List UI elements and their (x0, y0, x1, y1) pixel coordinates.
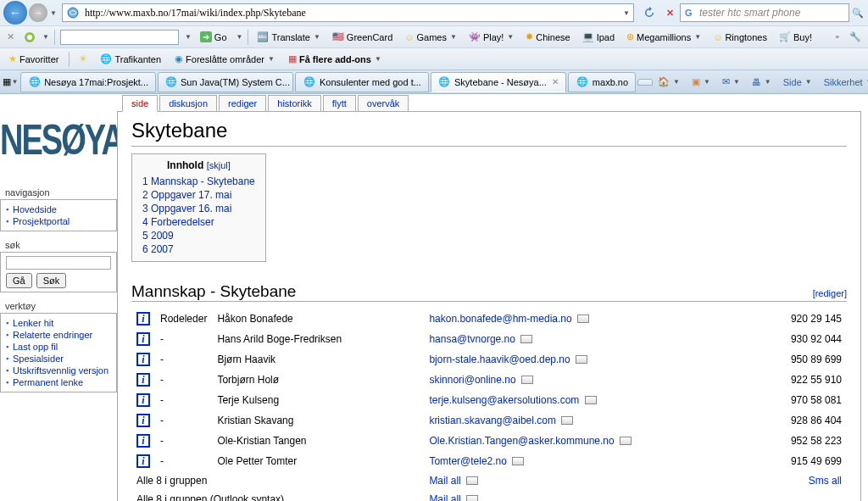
back-button[interactable]: ← (3, 1, 27, 25)
edit-section-link[interactable]: rediger (815, 288, 844, 298)
search-go-button[interactable]: 🔍 (851, 6, 865, 19)
toc-link-5[interactable]: 6 2007 (142, 243, 174, 255)
toolbar-search[interactable] (60, 30, 179, 45)
tab-watch[interactable]: overvåk (358, 95, 409, 112)
tab-close-button[interactable]: ✕ (552, 77, 559, 86)
toolbar-overflow[interactable]: » (836, 33, 839, 41)
info-link-3[interactable]: i (136, 374, 150, 386)
ringtones-button[interactable]: ☺ Ringtones (709, 31, 771, 44)
megamillions-button[interactable]: ⊛ Megamillions ▼ (623, 30, 704, 44)
crew-email-link-7[interactable]: Tomter@tele2.no (429, 455, 507, 467)
toc-link-4[interactable]: 5 2009 (142, 230, 174, 242)
tab-discussion[interactable]: diskusjon (159, 95, 217, 112)
tab-edit[interactable]: rediger (219, 95, 266, 112)
toc-link-0[interactable]: 1 Mannskap - Skytebane (142, 175, 255, 187)
browser-tab-3[interactable]: 🌐Skytebane - Nesøya...✕ (431, 72, 566, 92)
toc-link-1[interactable]: 2 Oppgaver 17. mai (142, 189, 231, 201)
browser-tab-2[interactable]: 🌐Konsulenter med god t... (295, 72, 429, 92)
tab-move[interactable]: flytt (323, 95, 356, 112)
go-dropdown[interactable]: ▼ (236, 33, 243, 41)
nav-link-0[interactable]: Hovedside (13, 204, 57, 214)
conduit-icon[interactable] (23, 31, 36, 44)
buy-button[interactable]: 🛒 Buy! (776, 30, 815, 44)
greencard-button[interactable]: 🇺🇸 GreenCard (329, 30, 396, 44)
play-button[interactable]: 👾 Play! ▼ (465, 30, 517, 44)
info-link-0[interactable]: i (136, 313, 150, 325)
toc-toggle-link[interactable]: [skjul] (207, 160, 231, 170)
suggested-sites-button[interactable]: ◉ Foreslåtte områder ▼ (171, 52, 278, 66)
tab-label: maxb.no (593, 77, 628, 87)
addons-button[interactable]: ▦ Få flere add-ons ▼ (285, 52, 385, 66)
info-link-4[interactable]: i (136, 394, 150, 406)
mail-all-outlook-link[interactable]: Mail all (429, 493, 460, 501)
history-dropdown[interactable]: ▼ (50, 9, 57, 17)
conduit-dropdown[interactable]: ▼ (42, 33, 49, 41)
tool-link-1[interactable]: Relaterte endringer (13, 330, 92, 340)
forward-button[interactable]: → (29, 3, 47, 22)
search-input[interactable] (698, 6, 845, 19)
toc-link-2[interactable]: 3 Oppgaver 16. mai (142, 203, 231, 214)
info-link-2[interactable]: i (136, 353, 150, 365)
crew-row: i-Ole Petter TomterTomter@tele2.no 915 4… (131, 451, 847, 471)
info-link-5[interactable]: i (136, 415, 150, 426)
fav-icon-1[interactable]: ☀ (76, 53, 90, 66)
crew-email-link-2[interactable]: bjorn-stale.haavik@oed.dep.no (429, 353, 570, 365)
tab-page[interactable]: side (122, 95, 158, 112)
info-link-1[interactable]: i (136, 333, 150, 345)
wiki-search-input[interactable] (6, 256, 111, 270)
toolbar-settings-icon[interactable]: 🔧 (846, 30, 865, 44)
go-button[interactable]: ➜ Go (197, 30, 231, 44)
content-body: Skytebane Innhold [skjul] 1 Mannskap - S… (117, 111, 861, 501)
home-button[interactable]: 🏠▼ (654, 75, 683, 89)
wiki-search-button[interactable]: Søk (36, 273, 67, 288)
new-tab-button[interactable] (637, 79, 653, 86)
safety-menu-button[interactable]: Sikkerhet▼ (821, 75, 868, 89)
favorites-button[interactable]: ★ Favoritter (5, 52, 62, 66)
crew-row: iRodelederHåkon Bonafedehakon.bonafede@h… (131, 309, 847, 329)
nav-link-1[interactable]: Prosjektportal (13, 216, 70, 226)
info-link-7[interactable]: i (136, 455, 150, 467)
browser-tab-0[interactable]: 🌐Nesøya 17mai:Prosjekt... (20, 72, 156, 92)
tabs-bar: ▦▼ 🌐Nesøya 17mai:Prosjekt...🌐Sun Java(TM… (0, 70, 868, 93)
wiki-go-button[interactable]: Gå (6, 273, 32, 288)
chinese-button[interactable]: ✸ Chinese (522, 30, 573, 44)
info-icon: i (136, 373, 150, 387)
crew-email-link-4[interactable]: terje.kulseng@akersolutions.com (429, 394, 579, 406)
sms-all-link[interactable]: Sms all (809, 475, 842, 487)
wiki-logo[interactable]: NESØYA (0, 94, 117, 186)
tool-link-2[interactable]: Last opp fil (13, 342, 58, 352)
toc-title: Innhold [skjul] (142, 159, 255, 175)
tool-link-0[interactable]: Lenker hit (13, 318, 53, 328)
crew-email-link-5[interactable]: kristian.skavang@aibel.com (429, 415, 556, 426)
trafikanten-favorite[interactable]: 🌐 Trafikanten (97, 52, 164, 66)
tab-favicon: 🌐 (576, 75, 589, 89)
ipad-button[interactable]: 💻 Ipad (579, 30, 618, 44)
tool-link-5[interactable]: Permanent lenke (13, 377, 83, 387)
browser-tab-4[interactable]: 🌐maxb.no (568, 72, 636, 92)
quick-tabs-icon[interactable]: ▦▼ (3, 75, 17, 89)
mail-button[interactable]: ✉▼ (719, 75, 743, 89)
crew-row: i-Terje Kulsengterje.kulseng@akersolutio… (131, 390, 847, 410)
url-dropdown[interactable]: ▼ (623, 9, 630, 17)
crew-email-link-6[interactable]: Ole.Kristian.Tangen@asker.kommune.no (429, 435, 614, 447)
games-button[interactable]: ☺ Games ▼ (401, 31, 460, 44)
tool-link-3[interactable]: Spesialsider (13, 353, 64, 364)
stop-button[interactable]: ✕ (661, 4, 678, 21)
browser-tab-1[interactable]: 🌐Sun Java(TM) System C... (158, 72, 293, 92)
toolbar-search-dropdown[interactable]: ▼ (185, 33, 192, 41)
crew-email-link-1[interactable]: hansa@tvnorge.no (429, 333, 515, 345)
toc-link-3[interactable]: 4 Forberedelser (142, 216, 214, 228)
tool-link-4[interactable]: Utskriftsvennlig versjon (13, 365, 108, 376)
mail-all-link[interactable]: Mail all (429, 475, 460, 487)
info-link-6[interactable]: i (136, 435, 150, 447)
rss-button[interactable]: ▣▼ (688, 75, 714, 89)
tab-history[interactable]: historikk (268, 95, 320, 112)
refresh-button[interactable] (641, 4, 658, 21)
crew-email-link-0[interactable]: hakon.bonafede@hm-media.no (429, 313, 571, 325)
close-toolbar-button[interactable]: ✕ (3, 30, 18, 44)
print-button[interactable]: 🖶▼ (748, 75, 775, 89)
page-menu-button[interactable]: Side▼ (780, 75, 815, 89)
crew-email-link-3[interactable]: skinnori@online.no (429, 374, 515, 386)
translate-button[interactable]: 🔤 Translate ▼ (253, 30, 323, 44)
url-input[interactable] (83, 6, 622, 20)
